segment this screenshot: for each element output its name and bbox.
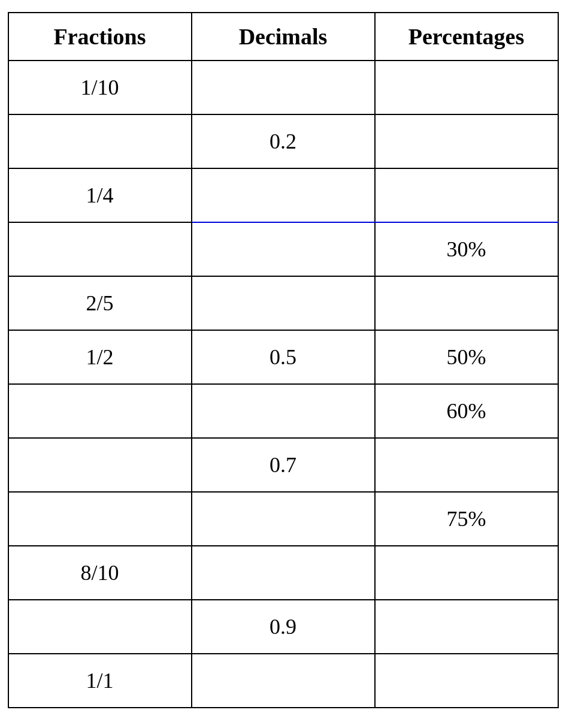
cell-fraction: 1/10 xyxy=(8,61,192,114)
cell-percentage xyxy=(375,438,558,492)
table-row: 1/4 xyxy=(8,168,558,222)
cell-fraction xyxy=(8,114,192,168)
cell-decimal: 0.2 xyxy=(192,114,375,168)
cell-fraction xyxy=(8,222,192,276)
cell-percentage xyxy=(375,168,558,222)
table-row: 0.2 xyxy=(8,114,558,168)
cell-decimal xyxy=(192,222,375,276)
table-row: 30% xyxy=(8,222,558,276)
table-row: 2/5 xyxy=(8,276,558,330)
header-row: Fractions Decimals Percentages xyxy=(8,13,558,61)
cell-percentage xyxy=(375,114,558,168)
cell-percentage xyxy=(375,276,558,330)
cell-fraction: 1/2 xyxy=(8,330,192,384)
cell-decimal xyxy=(192,546,375,600)
cell-decimal: 0.7 xyxy=(192,438,375,492)
cell-fraction: 1/1 xyxy=(8,654,192,708)
cell-fraction xyxy=(8,600,192,654)
fractions-decimals-percentages-table: Fractions Decimals Percentages 1/100.21/… xyxy=(8,12,559,708)
cell-percentage: 60% xyxy=(375,384,558,438)
main-table-container: Fractions Decimals Percentages 1/100.21/… xyxy=(8,12,559,708)
cell-percentage xyxy=(375,61,558,114)
table-row: 1/1 xyxy=(8,654,558,708)
table-row: 60% xyxy=(8,384,558,438)
cell-percentage xyxy=(375,546,558,600)
header-percentages: Percentages xyxy=(375,13,558,61)
cell-decimal xyxy=(192,654,375,708)
header-decimals: Decimals xyxy=(192,13,375,61)
table-row: 1/20.550% xyxy=(8,330,558,384)
cell-decimal: 0.5 xyxy=(192,330,375,384)
cell-percentage xyxy=(375,600,558,654)
cell-decimal xyxy=(192,61,375,114)
cell-percentage: 50% xyxy=(375,330,558,384)
cell-decimal xyxy=(192,168,375,222)
header-fractions: Fractions xyxy=(8,13,192,61)
table-row: 75% xyxy=(8,492,558,546)
cell-fraction: 8/10 xyxy=(8,546,192,600)
cell-decimal: 0.9 xyxy=(192,600,375,654)
cell-fraction xyxy=(8,438,192,492)
cell-fraction: 2/5 xyxy=(8,276,192,330)
cell-fraction xyxy=(8,384,192,438)
cell-decimal xyxy=(192,384,375,438)
table-row: 0.7 xyxy=(8,438,558,492)
cell-percentage: 75% xyxy=(375,492,558,546)
cell-fraction: 1/4 xyxy=(8,168,192,222)
table-row: 1/10 xyxy=(8,61,558,114)
table-row: 0.9 xyxy=(8,600,558,654)
cell-decimal xyxy=(192,492,375,546)
cell-percentage xyxy=(375,654,558,708)
table-row: 8/10 xyxy=(8,546,558,600)
cell-fraction xyxy=(8,492,192,546)
cell-percentage: 30% xyxy=(375,222,558,276)
cell-decimal xyxy=(192,276,375,330)
